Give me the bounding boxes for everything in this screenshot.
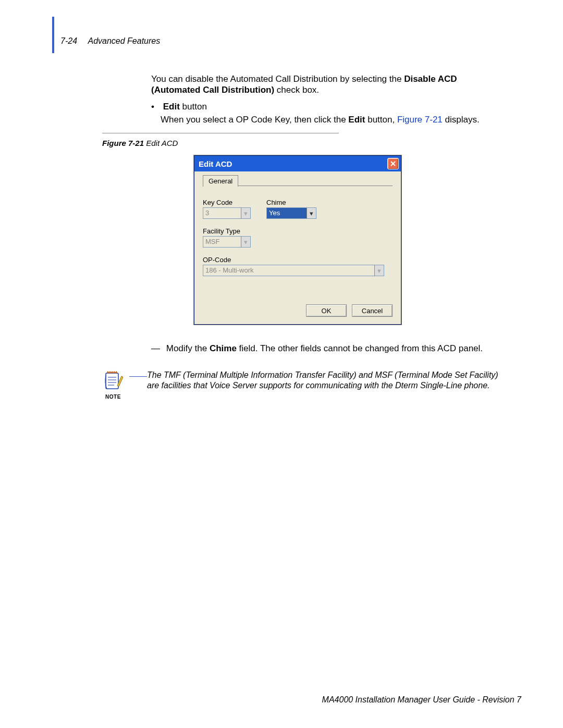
page-footer: MA4000 Installation Manager User Guide -… <box>322 695 521 705</box>
chevron-down-icon: ▾ <box>374 265 384 276</box>
chevron-down-icon[interactable]: ▾ <box>307 208 316 218</box>
modify-b: Chime <box>210 343 237 353</box>
intro-text-c: check box. <box>274 85 319 95</box>
note-block: NOTE The TMF (Terminal Multiple Informat… <box>97 370 498 400</box>
figure-number: Figure 7-21 <box>102 139 144 147</box>
ok-label: OK <box>322 307 332 315</box>
bullet-icon: • <box>151 101 161 112</box>
edit-desc-c: button, <box>365 115 397 125</box>
keycode-label: Key Code <box>203 199 251 206</box>
edit-description: When you select a OP Code Key, then clic… <box>161 114 484 125</box>
facility-label: Facility Type <box>203 227 251 235</box>
edit-desc-d: displays. <box>443 115 480 125</box>
figure-link[interactable]: Figure 7-21 <box>397 115 443 125</box>
close-icon[interactable] <box>387 158 399 169</box>
note-label: NOTE <box>105 394 121 400</box>
keycode-value: 3 <box>203 208 241 218</box>
page-number: 7-24 <box>60 36 77 45</box>
opcode-value: 186 - Multi-work <box>203 265 374 276</box>
svg-rect-0 <box>106 373 118 389</box>
body-text-block: You can disable the Automated Call Distr… <box>151 73 493 125</box>
intro-paragraph: You can disable the Automated Call Distr… <box>151 73 493 96</box>
header-accent-bar <box>52 17 54 53</box>
chevron-down-icon: ▾ <box>241 208 250 218</box>
modify-c: field. The other fields cannot be change… <box>237 343 483 353</box>
edit-acd-dialog: Edit ACD General Key Code 3 ▾ <box>194 155 401 325</box>
facility-value: MSF <box>203 237 241 247</box>
edit-label: Edit <box>163 102 180 112</box>
chime-combo[interactable]: Yes ▾ <box>266 207 316 219</box>
facility-combo: MSF ▾ <box>203 236 251 248</box>
figure-title: Edit ACD <box>144 139 178 147</box>
keycode-combo: 3 ▾ <box>203 207 251 219</box>
figure-caption: Figure 7-21 Edit ACD <box>102 139 178 147</box>
dialog-titlebar[interactable]: Edit ACD <box>194 156 401 171</box>
chime-value: Yes <box>267 208 307 218</box>
chevron-down-icon: ▾ <box>241 237 250 247</box>
section-title: Advanced Features <box>88 36 160 45</box>
opcode-label: OP-Code <box>203 256 384 264</box>
chime-label: Chime <box>266 199 316 206</box>
note-connector-line <box>129 376 147 389</box>
cancel-button[interactable]: Cancel <box>352 304 393 317</box>
edit-suffix: button <box>180 102 207 112</box>
tab-general[interactable]: General <box>203 175 238 187</box>
modify-paragraph: — Modify the Chime field. The other fiel… <box>151 343 493 354</box>
cancel-label: Cancel <box>362 307 383 315</box>
dialog-title: Edit ACD <box>199 159 232 168</box>
figure-rule <box>102 133 339 133</box>
edit-desc-b: Edit <box>348 115 365 125</box>
notepad-icon <box>102 370 125 393</box>
modify-a: Modify the <box>166 343 210 353</box>
note-text: The TMF (Terminal Multiple Information T… <box>147 370 498 391</box>
page-header: 7-24 Advanced Features <box>60 36 160 46</box>
intro-text-a: You can disable the Automated Call Distr… <box>151 74 404 84</box>
opcode-combo: 186 - Multi-work ▾ <box>203 265 384 276</box>
edit-desc-a: When you select a OP Code Key, then clic… <box>161 115 348 125</box>
dash-icon: — <box>151 343 164 354</box>
ok-button[interactable]: OK <box>306 304 347 317</box>
edit-bullet: • Edit button <box>151 101 493 112</box>
